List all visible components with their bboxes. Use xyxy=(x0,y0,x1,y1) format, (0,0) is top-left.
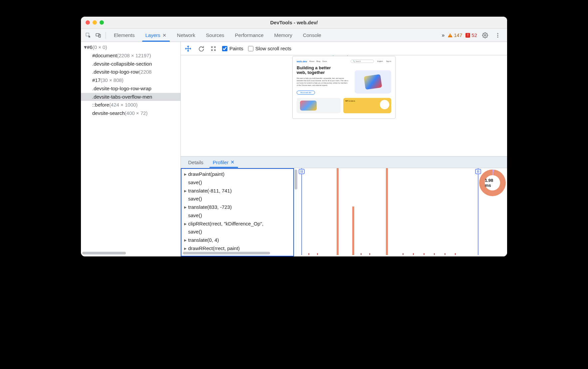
nav-item: About xyxy=(309,60,315,62)
errors-badge[interactable]: ! 52 xyxy=(465,32,477,38)
subtab-label: Details xyxy=(188,160,203,165)
tree-label: .devsite-top-logo-row xyxy=(92,68,139,76)
tab-console[interactable]: Console xyxy=(298,29,327,42)
tree-dims: (30 × 808) xyxy=(101,76,124,85)
timeline-bar[interactable] xyxy=(386,168,388,255)
tab-elements[interactable]: Elements xyxy=(109,29,140,42)
svg-point-5 xyxy=(497,35,498,36)
layers-3d-viewport[interactable]: web.dev About Blog Docs 🔍 Search English… xyxy=(181,55,507,156)
timeline-bar[interactable] xyxy=(352,206,354,255)
tree-row[interactable]: ::before(424 × 1000) xyxy=(81,101,180,109)
svg-point-3 xyxy=(484,34,486,36)
subtab-label: Profiler xyxy=(213,160,229,165)
inspect-element-icon[interactable] xyxy=(84,31,93,40)
log-vscrollbar[interactable] xyxy=(294,168,298,256)
site-logo: web.dev xyxy=(297,60,307,63)
paints-checkbox-input[interactable] xyxy=(222,46,227,51)
layers-tree[interactable]: ▼#6(0 × 0) #document(2208 × 12197) .devs… xyxy=(81,42,180,251)
settings-icon[interactable] xyxy=(480,31,490,40)
tree-label: #6 xyxy=(87,43,93,52)
error-icon: ! xyxy=(465,33,470,38)
range-handle-left[interactable] xyxy=(301,168,302,255)
nav-item: Blog xyxy=(316,60,320,62)
slow-scroll-checkbox-input[interactable] xyxy=(248,46,253,51)
log-row[interactable]: save() xyxy=(181,211,293,220)
warnings-badge[interactable]: 147 xyxy=(448,32,462,38)
tab-performance[interactable]: Performance xyxy=(230,29,269,42)
reset-view-icon[interactable] xyxy=(209,45,217,53)
main-area: ▼#6(0 × 0) #document(2208 × 12197) .devs… xyxy=(81,42,507,256)
hero-cta: About web.dev xyxy=(297,91,315,95)
log-row[interactable]: ▸translate(833, -723) xyxy=(181,203,293,211)
tree-label: .devsite-top-logo-row-wrap xyxy=(92,85,151,93)
subtab-profiler[interactable]: Profiler ✕ xyxy=(208,157,240,168)
tab-label: Layers xyxy=(146,32,160,38)
log-row[interactable]: ▸drawRRect(rrect, paint) xyxy=(181,244,293,253)
tab-layers[interactable]: Layers ✕ xyxy=(140,29,172,42)
slow-scroll-label: Slow scroll rects xyxy=(255,46,291,51)
tree-hscrollbar[interactable] xyxy=(82,251,179,255)
tree-row[interactable]: .devsite-top-logo-row(2208 xyxy=(81,68,180,76)
minimize-window-button[interactable] xyxy=(93,20,97,25)
log-row[interactable]: ▸translate(-811, 741) xyxy=(181,187,293,195)
devtools-window: DevTools - web.dev/ Elements Layers ✕ Ne… xyxy=(81,17,507,256)
warnings-count: 147 xyxy=(454,32,462,38)
close-tab-icon[interactable]: ✕ xyxy=(162,33,166,38)
slow-scroll-checkbox[interactable]: Slow scroll rects xyxy=(248,46,291,51)
tree-dims: (2208 xyxy=(139,68,151,76)
close-subtab-icon[interactable]: ✕ xyxy=(230,159,235,165)
subtab-details[interactable]: Details xyxy=(183,157,208,168)
tree-label: ::before xyxy=(92,101,109,109)
tree-label: .devsite-collapsible-section xyxy=(92,60,152,68)
log-row[interactable]: save() xyxy=(181,179,293,187)
hero-paragraph: We want to help you build beautiful, acc… xyxy=(297,77,349,87)
log-row[interactable]: save() xyxy=(181,195,293,203)
tab-label: Console xyxy=(303,32,321,38)
tab-label: Elements xyxy=(114,32,135,38)
log-hscrollbar[interactable] xyxy=(183,252,292,255)
tabbar-right: » 147 ! 52 xyxy=(441,31,504,40)
tree-row[interactable]: #17(30 × 808) xyxy=(81,76,180,85)
device-toolbar-icon[interactable] xyxy=(94,31,103,40)
tree-row-root[interactable]: ▼#6(0 × 0) xyxy=(81,43,180,52)
profiler-timeline[interactable]: 1.98 ms xyxy=(298,168,507,256)
tree-dims: (400 × 72) xyxy=(125,109,148,118)
log-row[interactable]: ▸translate(0, 4) xyxy=(181,236,293,244)
lang: English xyxy=(377,60,383,62)
tree-label: .devsite-tabs-overflow-men xyxy=(92,93,152,101)
more-tabs-icon[interactable]: » xyxy=(441,32,444,38)
tree-dims: (2208 × 12197) xyxy=(117,52,151,60)
close-window-button[interactable] xyxy=(86,20,90,25)
more-menu-icon[interactable] xyxy=(493,31,502,40)
pan-icon[interactable] xyxy=(184,45,192,53)
paint-log[interactable]: ▸drawPaint(paint) save() ▸translate(-811… xyxy=(181,168,294,256)
log-row[interactable]: save() xyxy=(181,228,293,236)
window-title: DevTools - web.dev/ xyxy=(81,20,507,25)
zoom-window-button[interactable] xyxy=(100,20,104,25)
tab-label: Performance xyxy=(235,32,264,38)
errors-count: 52 xyxy=(471,32,477,38)
svg-point-6 xyxy=(497,36,498,37)
tab-memory[interactable]: Memory xyxy=(269,29,297,42)
tree-row[interactable]: .devsite-collapsible-section xyxy=(81,60,180,68)
rotate-icon[interactable] xyxy=(197,45,205,53)
timeline-bar[interactable] xyxy=(337,168,339,255)
log-row[interactable]: ▸drawPaint(paint) xyxy=(181,170,293,179)
range-handle-right[interactable] xyxy=(478,168,478,255)
tree-row[interactable]: #document(2208 × 12197) xyxy=(81,52,180,60)
promo-card-inp: INP is now a xyxy=(343,98,391,113)
tab-network[interactable]: Network xyxy=(172,29,201,42)
paints-checkbox[interactable]: Paints xyxy=(222,46,243,51)
tree-row[interactable]: .devsite-top-logo-row-wrap xyxy=(81,85,180,93)
promo-card xyxy=(297,98,341,113)
tree-row[interactable]: devsite-search(400 × 72) xyxy=(81,109,180,118)
tree-row-selected[interactable]: .devsite-tabs-overflow-men xyxy=(81,93,180,101)
layers-tree-pane: ▼#6(0 × 0) #document(2208 × 12197) .devs… xyxy=(81,42,181,256)
hero-line1: Building a better xyxy=(297,65,331,70)
page-preview: web.dev About Blog Docs 🔍 Search English… xyxy=(292,55,396,119)
layers-toolbar: Paints Slow scroll rects xyxy=(181,42,507,55)
tab-sources[interactable]: Sources xyxy=(201,29,230,42)
hero-line2: web, together xyxy=(297,70,325,75)
search-box: 🔍 Search xyxy=(351,60,374,63)
log-row[interactable]: ▸clipRRect(rrect, "kDifference_Op", xyxy=(181,220,293,228)
